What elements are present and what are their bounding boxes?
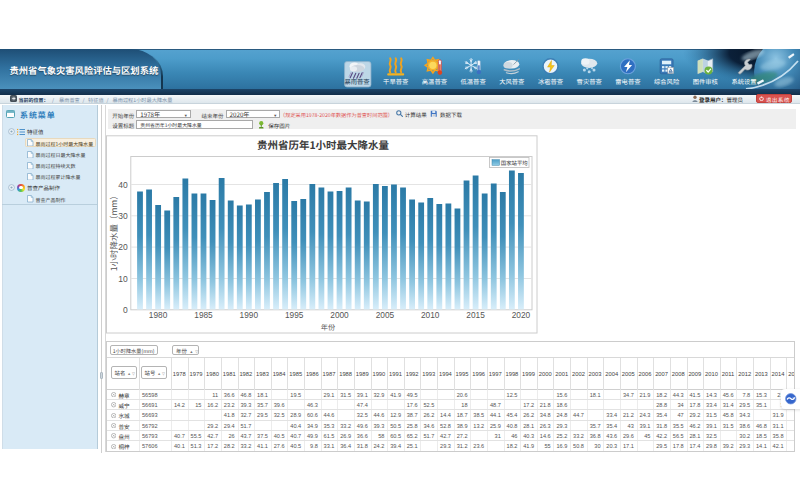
svg-text:1995: 1995 <box>285 310 304 320</box>
svg-text:2010: 2010 <box>421 310 440 320</box>
svg-text:2020: 2020 <box>512 310 531 320</box>
svg-text:1985: 1985 <box>194 310 213 320</box>
svg-text:雷电普查: 雷电普查 <box>615 77 641 86</box>
svg-text:大风普查: 大风普查 <box>499 77 525 86</box>
svg-text:30: 30 <box>118 211 128 221</box>
svg-text:暴雨普查: 暴雨普查 <box>344 77 370 86</box>
svg-text:图件审核: 图件审核 <box>693 77 719 86</box>
svg-text:1小时降水量（mm）: 1小时降水量（mm） <box>107 191 119 271</box>
svg-text:2005: 2005 <box>376 310 395 320</box>
svg-text:雪灾普查: 雪灾普查 <box>577 77 603 86</box>
svg-text:1980: 1980 <box>149 310 168 320</box>
svg-text:低温普查: 低温普查 <box>461 77 487 86</box>
svg-text:干旱普查: 干旱普查 <box>383 77 409 86</box>
svg-text:冰雹普查: 冰雹普查 <box>538 77 564 86</box>
svg-text:1990: 1990 <box>240 310 259 320</box>
svg-text:10: 10 <box>118 274 128 284</box>
svg-text:20: 20 <box>118 242 128 252</box>
svg-text:年份: 年份 <box>321 322 335 332</box>
svg-text:0: 0 <box>123 305 128 315</box>
svg-text:高温普查: 高温普查 <box>422 77 448 86</box>
svg-text:国家站平均: 国家站平均 <box>501 159 528 167</box>
svg-text:2015: 2015 <box>466 310 485 320</box>
svg-text:综合风险: 综合风险 <box>654 77 680 86</box>
svg-text:2000: 2000 <box>330 310 349 320</box>
svg-text:系统设置: 系统设置 <box>731 77 756 86</box>
svg-text:40: 40 <box>118 180 128 190</box>
svg-text:贵州省历年1小时最大降水量: 贵州省历年1小时最大降水量 <box>257 137 390 152</box>
